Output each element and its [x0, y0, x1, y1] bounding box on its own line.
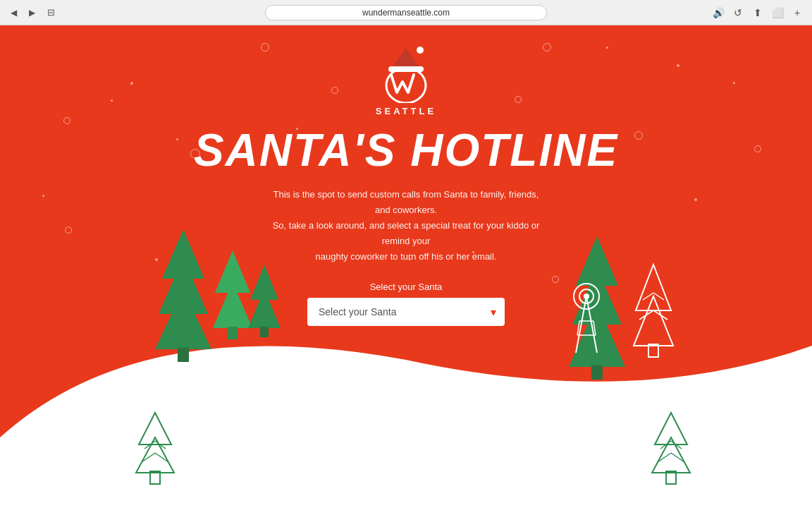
santa-select[interactable]: Select your Santa Santa Claus Mrs. Claus…	[307, 298, 505, 326]
audio-icon[interactable]: 🔊	[710, 5, 726, 20]
svg-marker-35	[136, 437, 174, 473]
svg-point-3	[386, 68, 426, 103]
share-icon[interactable]: ⬆	[750, 5, 765, 20]
subtitle: This is the spot to send custom calls fr…	[265, 187, 547, 265]
select-label: Select your Santa	[370, 282, 443, 292]
tab-icon[interactable]: ⬜	[770, 5, 785, 20]
radio-tower	[558, 275, 615, 360]
main-content: SEATTLE SANTA'S HOTLINE This is the spot…	[0, 25, 812, 326]
left-trees	[141, 222, 282, 377]
svg-line-24	[653, 310, 668, 320]
url-text: wundermanseattle.com	[362, 8, 450, 18]
logo-text: SEATTLE	[376, 106, 436, 116]
svg-rect-7	[178, 348, 189, 362]
forward-button[interactable]: ▶	[25, 6, 38, 19]
logo-svg	[381, 47, 431, 103]
svg-marker-34	[139, 413, 171, 445]
browser-right-controls: 🔊 ↺ ⬆ ⬜ +	[710, 5, 805, 20]
new-tab-icon[interactable]: +	[789, 5, 805, 20]
bottom-left-tree	[123, 409, 187, 494]
svg-rect-17	[591, 365, 603, 380]
url-bar[interactable]: wundermanseattle.com	[265, 5, 547, 20]
page-content: SEATTLE SANTA'S HOTLINE This is the spot…	[0, 25, 812, 508]
refresh-icon[interactable]: ↺	[730, 5, 746, 20]
svg-point-2	[417, 47, 424, 54]
santa-select-wrapper[interactable]: Select your Santa Santa Claus Mrs. Claus…	[307, 298, 505, 326]
back-button[interactable]: ◀	[7, 6, 20, 19]
browser-toolbar: ◀ ▶ ⊟ wundermanseattle.com 🔊 ↺ ⬆ ⬜ +	[0, 0, 812, 25]
svg-rect-10	[228, 327, 238, 339]
svg-line-23	[639, 310, 653, 320]
svg-marker-18	[636, 265, 671, 310]
bottom-right-tree	[639, 409, 703, 494]
svg-marker-42	[652, 437, 690, 473]
svg-marker-19	[634, 296, 673, 346]
svg-marker-0	[392, 48, 420, 68]
page-title: SANTA'S HOTLINE	[194, 128, 618, 173]
svg-marker-41	[655, 413, 687, 445]
svg-marker-6	[155, 289, 211, 349]
logo-container: SEATTLE	[376, 47, 436, 116]
sidebar-icon: ⊟	[44, 6, 58, 20]
svg-rect-13	[260, 327, 269, 337]
